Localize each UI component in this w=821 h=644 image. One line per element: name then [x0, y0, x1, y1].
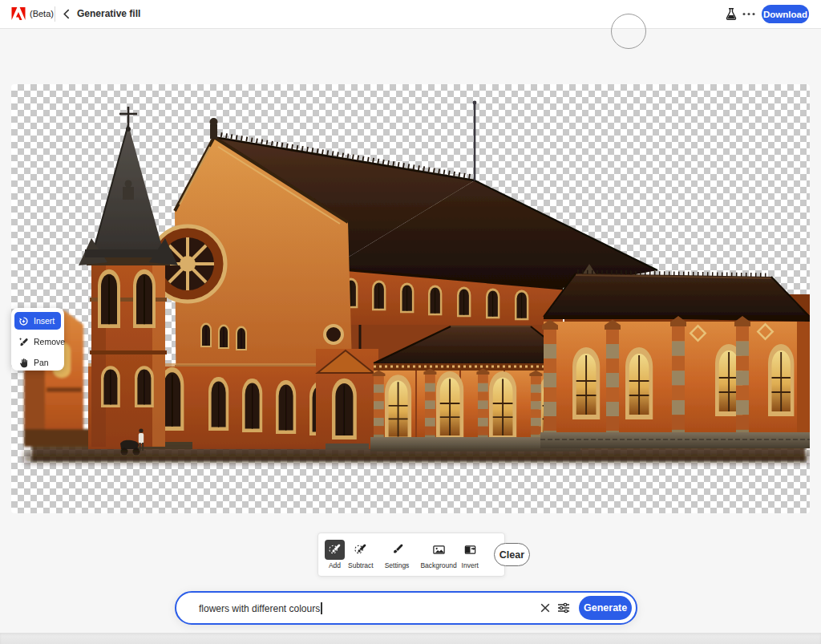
text-caret — [321, 602, 322, 614]
subtract-tile — [350, 540, 370, 560]
tool-insert[interactable]: Insert — [14, 312, 61, 330]
remove-icon — [18, 337, 29, 347]
beta-label: (Beta) — [30, 9, 54, 18]
settings-label: Settings — [385, 561, 410, 569]
subtract-label: Subtract — [348, 561, 374, 569]
tool-remove-label: Remove — [34, 337, 65, 346]
image-canvas[interactable] — [11, 84, 810, 513]
tool-remove[interactable]: Remove — [14, 333, 61, 350]
more-options-icon[interactable] — [742, 12, 755, 16]
brush-dashed-icon — [328, 543, 342, 557]
invert-tile — [460, 540, 480, 560]
adobe-logo-icon — [11, 7, 26, 20]
toolbar-add[interactable]: Add — [325, 540, 345, 569]
toolbar-invert[interactable]: Invert — [460, 540, 480, 569]
experiment-flask-icon[interactable] — [726, 7, 737, 21]
invert-icon — [463, 543, 477, 557]
image-icon — [432, 543, 446, 557]
generate-button[interactable]: Generate — [579, 596, 632, 620]
back-chevron-icon[interactable] — [62, 9, 71, 19]
add-label: Add — [329, 561, 341, 569]
clear-button[interactable]: Clear — [494, 543, 530, 566]
toolbar-subtract[interactable]: Subtract — [348, 540, 374, 569]
brush-size-cursor — [611, 14, 646, 49]
tool-pan[interactable]: Pan — [14, 354, 61, 371]
brush-icon — [390, 543, 404, 557]
tool-pan-label: Pan — [34, 358, 49, 367]
invert-label: Invert — [462, 561, 479, 569]
header-divider — [55, 6, 55, 22]
brush-dashed-icon — [354, 543, 367, 557]
add-tile — [325, 540, 345, 560]
prompt-settings-icon[interactable] — [556, 601, 571, 615]
prompt-bar: flowers with different colours Generate — [175, 591, 637, 625]
background-label: Background — [420, 561, 456, 569]
cathedral-image — [11, 84, 810, 513]
settings-tile — [387, 540, 407, 560]
tool-menu: Insert Remove Pan — [11, 308, 64, 371]
toolbar-settings[interactable]: Settings — [385, 540, 410, 569]
toolbar-background[interactable]: Background — [420, 540, 456, 569]
app-header: (Beta) Generative fill Download — [0, 0, 821, 29]
bottom-edge-strip — [0, 633, 821, 644]
tool-insert-label: Insert — [34, 316, 55, 326]
prompt-value: flowers with different colours — [199, 603, 320, 614]
page-title: Generative fill — [77, 8, 140, 19]
background-tile — [429, 540, 449, 560]
pan-icon — [18, 358, 29, 368]
prompt-input[interactable]: flowers with different colours — [176, 602, 537, 614]
insert-icon — [18, 316, 29, 326]
download-button[interactable]: Download — [762, 5, 809, 23]
clear-prompt-icon[interactable] — [540, 603, 550, 613]
selection-toolbar: Add Subtract Settings — [317, 533, 505, 577]
